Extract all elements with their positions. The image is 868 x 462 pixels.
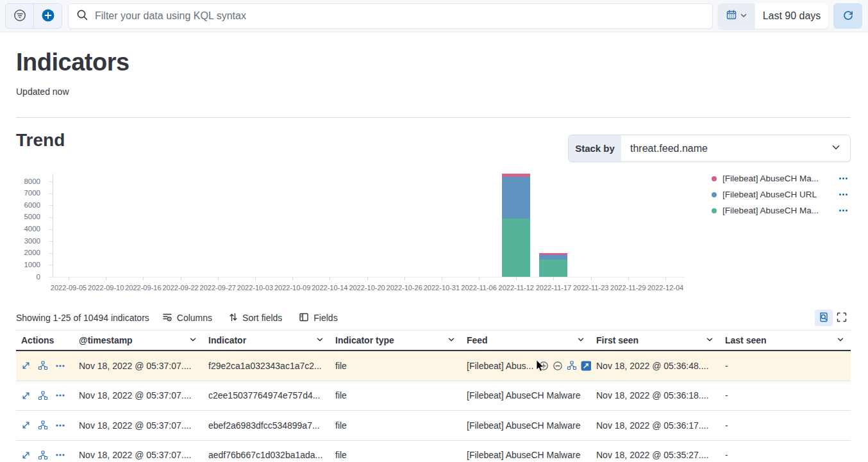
column-header-label: Actions	[21, 335, 67, 345]
feed-cell[interactable]: [Filebeat] Abus...	[462, 361, 591, 371]
bar-segment[interactable]	[539, 253, 567, 255]
first-seen-cell[interactable]: Nov 18, 2022 @ 05:36:18....	[591, 390, 720, 400]
indicator-cell[interactable]: f29e2ca1a032343ac1a7c2...	[203, 361, 330, 371]
indicator-type-cell[interactable]: file	[330, 390, 462, 400]
x-tick-mark	[405, 277, 405, 280]
legend-actions-icon[interactable]	[835, 194, 847, 195]
timestamp-cell[interactable]: Nov 18, 2022 @ 05:37:07....	[74, 361, 203, 371]
investigate-in-timeline-icon[interactable]	[38, 361, 48, 370]
add-filter-button[interactable]	[34, 4, 62, 28]
fullscreen-button[interactable]	[833, 309, 851, 326]
column-header[interactable]: Last seen	[720, 331, 851, 350]
column-header[interactable]: Indicator	[203, 331, 330, 350]
legend-actions-icon[interactable]	[835, 177, 847, 179]
timestamp-cell[interactable]: Nov 18, 2022 @ 05:37:07....	[74, 390, 203, 400]
indicator-cell[interactable]: ebef2a6983dfcc534899a7...	[203, 420, 330, 431]
open-flyout-icon[interactable]	[21, 391, 31, 400]
indicator-cell[interactable]: aedf76b667c1d032ba1ada...	[203, 450, 330, 460]
x-tick-mark	[69, 277, 69, 280]
date-range-label[interactable]: Last 90 days	[755, 3, 828, 29]
fields-button[interactable]: Fields	[299, 312, 337, 324]
fullscreen-icon	[836, 311, 847, 325]
sort-fields-icon	[229, 312, 238, 324]
y-tick-label: 8000	[16, 177, 40, 185]
y-tick-label: 3000	[16, 237, 40, 245]
legend-actions-icon[interactable]	[835, 210, 847, 211]
date-picker[interactable]: Last 90 days	[718, 3, 828, 29]
chevron-down-icon	[189, 335, 197, 345]
calendar-icon	[726, 10, 737, 22]
investigate-in-timeline-icon[interactable]	[38, 450, 48, 460]
timestamp-cell[interactable]: Nov 18, 2022 @ 05:37:07....	[74, 450, 203, 460]
feed-cell[interactable]: [Filebeat] AbuseCH Malware	[462, 450, 591, 460]
inspect-button[interactable]	[815, 309, 833, 326]
column-header[interactable]: Actions	[16, 331, 74, 350]
y-tick-label: 0	[16, 273, 40, 281]
more-actions-icon[interactable]	[55, 364, 65, 368]
fields-icon	[299, 312, 309, 324]
divider	[16, 117, 851, 118]
legend-item[interactable]: [Filebeat] AbuseCH Ma...	[712, 202, 847, 219]
indicator-type-cell[interactable]: file	[330, 361, 462, 371]
row-actions	[21, 420, 65, 430]
open-flyout-icon[interactable]	[21, 361, 31, 370]
bar-segment[interactable]	[539, 260, 567, 277]
filter-in-icon[interactable]	[538, 361, 549, 371]
investigate-in-timeline-icon[interactable]	[38, 391, 48, 400]
last-seen-cell[interactable]: -	[720, 450, 851, 460]
copy-value-icon[interactable]	[581, 361, 591, 371]
last-seen-cell[interactable]: -	[720, 390, 851, 400]
y-tick-label: 4000	[16, 225, 40, 233]
row-actions	[21, 361, 65, 370]
y-tick-mark	[49, 194, 53, 194]
indicator-cell[interactable]: c2ee15037764974e757d4...	[203, 390, 330, 400]
x-tick-mark	[106, 277, 106, 280]
column-header[interactable]: Indicator type	[330, 331, 462, 350]
bar-segment[interactable]	[502, 174, 530, 177]
stack-by-control: Stack by threat.feed.name	[568, 135, 851, 162]
first-seen-cell[interactable]: Nov 18, 2022 @ 05:35:27....	[591, 450, 720, 460]
add-to-timeline-icon[interactable]	[567, 361, 577, 370]
saved-query-menu-icon	[13, 8, 27, 24]
investigate-in-timeline-icon[interactable]	[38, 420, 48, 430]
x-tick-mark	[665, 277, 666, 280]
open-flyout-icon[interactable]	[21, 420, 31, 430]
indicator-type-cell[interactable]: file	[330, 450, 462, 460]
column-header[interactable]: First seen	[591, 331, 720, 350]
date-picker-quick-menu[interactable]	[718, 3, 755, 29]
refresh-button[interactable]	[833, 3, 862, 29]
bar-segment[interactable]	[539, 255, 567, 260]
column-header[interactable]: Feed	[462, 331, 591, 350]
columns-button[interactable]: Columns	[162, 312, 212, 324]
bar-segment[interactable]	[502, 219, 530, 277]
columns-icon	[162, 312, 172, 324]
column-header[interactable]: @timestamp	[74, 331, 203, 350]
more-actions-icon[interactable]	[55, 424, 65, 427]
more-actions-icon[interactable]	[55, 393, 65, 397]
bar-segment[interactable]	[502, 177, 530, 219]
y-tick-mark	[49, 241, 53, 242]
open-flyout-icon[interactable]	[21, 450, 31, 460]
last-seen-cell[interactable]: -	[720, 420, 851, 431]
y-tick-mark	[49, 265, 53, 265]
indicator-type-cell[interactable]: file	[330, 420, 462, 431]
more-actions-icon[interactable]	[55, 453, 65, 457]
feed-cell[interactable]: [Filebeat] AbuseCH Malware	[462, 420, 591, 431]
last-seen-cell[interactable]: -	[720, 361, 851, 371]
stack-by-select[interactable]: threat.feed.name	[621, 135, 850, 161]
kql-search-input[interactable]	[95, 10, 705, 22]
sort-fields-button[interactable]: Sort fields	[229, 312, 282, 324]
legend-item[interactable]: [Filebeat] AbuseCH Ma...	[712, 170, 847, 186]
saved-query-menu-button[interactable]	[6, 4, 33, 28]
chevron-down-icon	[831, 142, 841, 155]
legend-item[interactable]: [Filebeat] AbuseCH URL	[712, 186, 847, 202]
filter-out-icon[interactable]	[553, 361, 563, 371]
updated-status: Updated now	[16, 87, 69, 97]
row-actions	[21, 450, 65, 460]
timestamp-cell[interactable]: Nov 18, 2022 @ 05:37:07....	[74, 420, 203, 431]
table-row: Nov 18, 2022 @ 05:37:07.... ebef2a6983df…	[16, 411, 851, 441]
first-seen-cell[interactable]: Nov 18, 2022 @ 05:36:17....	[591, 420, 720, 431]
chevron-down-icon	[447, 335, 455, 345]
feed-cell[interactable]: [Filebeat] AbuseCH Malware	[462, 390, 591, 400]
first-seen-cell[interactable]: Nov 18, 2022 @ 05:36:48....	[591, 361, 720, 371]
